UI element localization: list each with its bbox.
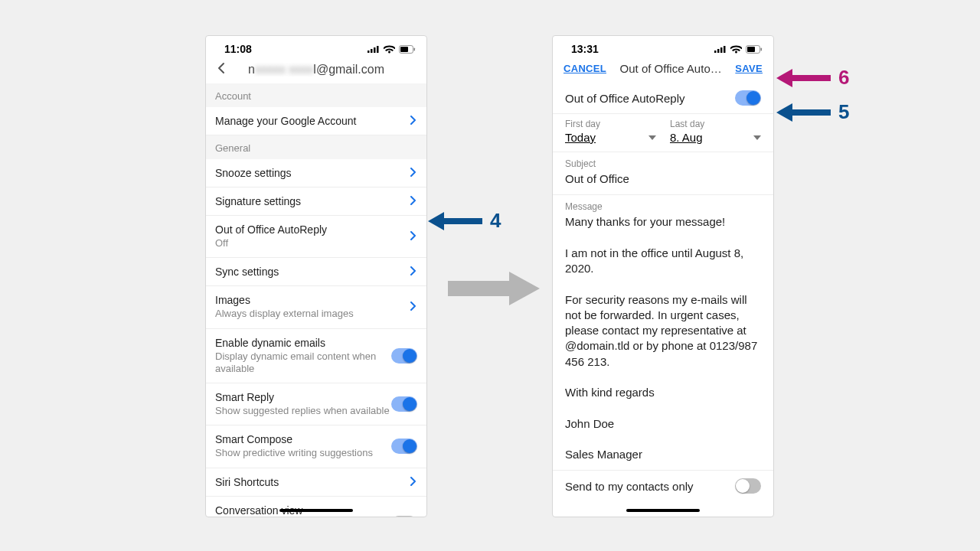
cell-sublabel: Always display external images — [215, 308, 408, 320]
subject-field[interactable]: Subject Out of Office — [553, 152, 773, 195]
row-label: Out of Office AutoReply — [565, 92, 735, 105]
first-day-picker[interactable]: First day Today — [565, 119, 656, 144]
annotation-6: 6 — [776, 66, 849, 90]
section-account: Account — [206, 83, 426, 107]
nav-bar: nxxxxx xxxxl@gmail.com — [206, 57, 426, 83]
arrow-left-icon — [776, 103, 831, 122]
wifi-icon — [384, 45, 395, 54]
chevron-right-icon — [408, 195, 417, 207]
svg-rect-3 — [377, 46, 379, 53]
cellular-icon — [714, 45, 727, 53]
conversation-view-row: Conversation view Groups emails with the… — [206, 497, 426, 518]
annotation-number: 4 — [490, 209, 501, 233]
svg-rect-6 — [414, 47, 416, 51]
status-bar: 13:31 — [553, 36, 773, 57]
cell-label: Out of Office AutoReply — [215, 223, 408, 236]
annotation-number: 6 — [838, 66, 849, 90]
field-label: First day — [565, 119, 656, 129]
chevron-right-icon — [408, 301, 417, 313]
cell-label: Siri Shortcuts — [215, 476, 408, 488]
dropdown-icon — [648, 135, 656, 140]
autoreply-toggle[interactable] — [735, 90, 761, 106]
out-of-office-row[interactable]: Out of Office AutoReply Off — [206, 216, 426, 258]
cell-label: Manage your Google Account — [215, 115, 408, 127]
chevron-right-icon — [408, 230, 417, 243]
field-label: Subject — [565, 158, 761, 169]
cellular-icon — [368, 45, 380, 53]
message-field[interactable]: Message Many thanks for your message! I … — [553, 195, 773, 471]
cell-label: Sync settings — [215, 266, 408, 278]
back-button[interactable] — [215, 62, 227, 77]
snooze-settings-row[interactable]: Snooze settings — [206, 159, 426, 187]
status-time: 13:31 — [571, 43, 599, 55]
flow-arrow-icon — [444, 269, 544, 308]
section-general: General — [206, 135, 426, 159]
cell-sublabel: Off — [215, 237, 408, 249]
cell-label: Smart Reply — [215, 391, 391, 403]
annotation-number: 5 — [838, 100, 849, 124]
home-indicator — [626, 509, 700, 512]
dynamic-emails-toggle[interactable] — [391, 348, 417, 364]
manage-account-row[interactable]: Manage your Google Account — [206, 107, 426, 135]
chevron-right-icon — [408, 115, 417, 127]
annotation-5: 5 — [776, 100, 849, 124]
svg-rect-0 — [368, 51, 370, 53]
battery-icon — [399, 45, 416, 54]
images-row[interactable]: Images Always display external images — [206, 286, 426, 328]
svg-rect-5 — [400, 47, 408, 52]
status-bar: 11:08 — [206, 36, 426, 57]
phone-settings: 11:08 nxxxxx xxxxl@gmail.com Account Man… — [205, 35, 427, 517]
sync-settings-row[interactable]: Sync settings — [206, 258, 426, 286]
arrow-left-icon — [776, 68, 831, 88]
field-label: Last day — [670, 119, 761, 129]
svg-rect-9 — [720, 47, 723, 53]
dynamic-emails-row: Enable dynamic emails Display dynamic em… — [206, 329, 426, 384]
status-icons — [368, 45, 416, 54]
last-day-picker[interactable]: Last day 8. Aug — [670, 119, 761, 144]
siri-shortcuts-row[interactable]: Siri Shortcuts — [206, 468, 426, 497]
dropdown-icon — [753, 135, 761, 140]
chevron-right-icon — [408, 266, 417, 278]
svg-rect-1 — [371, 49, 373, 53]
date-range: First day Today Last day 8. Aug — [553, 114, 773, 152]
cell-label: Smart Compose — [215, 433, 391, 445]
smart-compose-toggle[interactable] — [391, 439, 417, 454]
field-value: Out of Office — [565, 171, 761, 187]
smart-compose-row: Smart Compose Show predictive writing su… — [206, 425, 426, 468]
smart-reply-toggle[interactable] — [391, 396, 417, 412]
cell-sublabel: Display dynamic email content when avail… — [215, 350, 391, 376]
account-email-title: nxxxxx xxxxl@gmail.com — [227, 63, 405, 77]
cell-label: Images — [215, 294, 408, 306]
autoreply-toggle-row: Out of Office AutoReply — [553, 83, 773, 114]
home-indicator — [279, 509, 353, 512]
wifi-icon — [730, 45, 742, 54]
status-icons — [714, 45, 763, 54]
email-redacted: xxxxx xxxx — [255, 63, 313, 76]
arrow-left-icon — [427, 211, 482, 231]
chevron-right-icon — [408, 167, 417, 179]
svg-rect-2 — [374, 47, 376, 53]
svg-rect-12 — [747, 47, 755, 52]
cell-label: Snooze settings — [215, 167, 408, 179]
chevron-right-icon — [408, 476, 417, 488]
annotation-4: 4 — [427, 209, 501, 233]
email-suffix: l@gmail.com — [313, 63, 384, 76]
field-value: 8. Aug — [670, 131, 703, 144]
row-label: Send to my contacts only — [565, 480, 735, 493]
cell-sublabel: Show suggested replies when available — [215, 405, 391, 417]
cell-label: Enable dynamic emails — [215, 337, 391, 349]
signature-settings-row[interactable]: Signature settings — [206, 187, 426, 216]
cancel-button[interactable]: CANCEL — [564, 63, 606, 74]
save-button[interactable]: SAVE — [735, 63, 763, 74]
field-label: Message — [565, 201, 761, 212]
contacts-only-toggle[interactable] — [735, 478, 761, 494]
svg-rect-10 — [724, 46, 726, 53]
svg-rect-7 — [714, 51, 717, 53]
conversation-view-toggle[interactable] — [391, 516, 417, 517]
cell-sublabel: Show predictive writing suggestions — [215, 447, 391, 459]
svg-rect-8 — [717, 49, 720, 53]
field-value: Many thanks for your message! I am not i… — [565, 214, 761, 462]
modal-title: Out of Office Auto… — [606, 62, 735, 75]
modal-header: CANCEL Out of Office Auto… SAVE — [553, 57, 773, 83]
battery-icon — [746, 45, 763, 54]
